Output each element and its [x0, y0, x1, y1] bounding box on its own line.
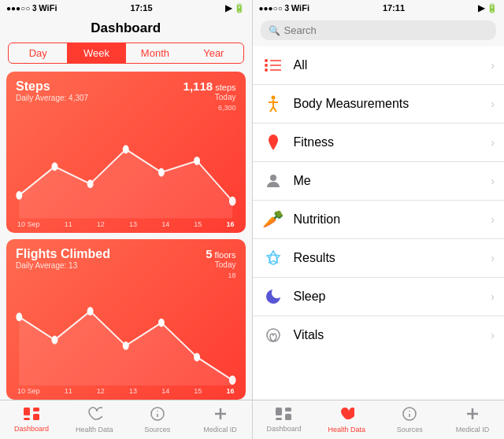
svg-point-6: [195, 157, 199, 164]
steps-card[interactable]: Steps Daily Average: 4,307 1,118 steps T…: [6, 72, 246, 233]
dashboard-tab-icon: [23, 407, 40, 423]
svg-rect-16: [24, 408, 30, 415]
all-icon: [262, 54, 284, 76]
svg-line-35: [273, 107, 276, 112]
search-icon: 🔍: [269, 25, 280, 36]
menu-item-all[interactable]: All ›: [253, 46, 505, 85]
menu-item-me[interactable]: Me ›: [253, 162, 505, 201]
results-label: Results: [294, 251, 482, 265]
seg-day[interactable]: Day: [9, 43, 67, 63]
seg-month[interactable]: Month: [126, 43, 184, 63]
left-tab-health[interactable]: Health Data: [63, 400, 126, 439]
menu-item-results[interactable]: Results ›: [253, 239, 505, 278]
fitness-icon: [262, 131, 284, 153]
sources-tab-icon-right: [402, 406, 417, 424]
svg-marker-0: [19, 149, 232, 219]
svg-point-4: [124, 146, 128, 153]
cards-area: Steps Daily Average: 4,307 1,118 steps T…: [0, 72, 252, 400]
left-tab-sources-label: Sources: [144, 426, 170, 433]
steps-chart: [16, 115, 236, 219]
health-tab-icon-left: [87, 406, 102, 424]
svg-point-13: [159, 319, 164, 326]
menu-item-fitness[interactable]: Fitness ›: [253, 124, 505, 162]
svg-point-10: [52, 336, 57, 343]
seg-week[interactable]: Week: [67, 43, 125, 63]
flights-title: Flights Climbed: [16, 247, 110, 261]
right-tab-sources[interactable]: Sources: [378, 400, 441, 439]
right-tab-medical-label: Medical ID: [456, 426, 490, 433]
health-tab-icon-right: [339, 406, 354, 424]
steps-x-labels: 10 Sep 11 12 13 14 15 16: [16, 219, 236, 233]
svg-rect-39: [276, 408, 282, 415]
all-chevron: ›: [491, 59, 495, 72]
right-tab-dashboard[interactable]: Dashboard: [253, 400, 316, 439]
svg-point-12: [124, 341, 128, 349]
svg-rect-17: [33, 408, 39, 411]
vitals-label: Vitals: [294, 328, 482, 342]
svg-point-14: [195, 353, 199, 360]
svg-rect-18: [24, 418, 30, 420]
left-tab-sources[interactable]: Sources: [126, 400, 189, 439]
right-tab-health[interactable]: Health Data: [315, 400, 378, 439]
menu-item-vitals[interactable]: Vitals ›: [253, 316, 505, 354]
vitals-chevron: ›: [491, 329, 495, 341]
steps-value: 1,118 steps: [183, 79, 236, 93]
left-tab-medical[interactable]: Medical ID: [189, 400, 252, 439]
segment-control[interactable]: Day Week Month Year: [8, 42, 244, 64]
body-label: Body Measurements: [294, 97, 482, 111]
svg-point-36: [270, 175, 276, 181]
menu-item-nutrition[interactable]: 🥕 Nutrition ›: [253, 201, 505, 239]
search-bar[interactable]: 🔍: [261, 20, 497, 40]
svg-point-30: [265, 68, 268, 72]
svg-point-5: [159, 169, 164, 176]
sleep-label: Sleep: [294, 290, 482, 304]
dashboard-tab-icon-right: [275, 407, 292, 423]
svg-point-31: [271, 96, 275, 100]
seg-year[interactable]: Year: [184, 43, 243, 63]
results-chevron: ›: [491, 252, 495, 264]
menu-item-sleep[interactable]: Sleep ›: [253, 278, 505, 316]
me-label: Me: [294, 174, 482, 188]
svg-rect-42: [285, 414, 291, 420]
nutrition-chevron: ›: [491, 213, 495, 226]
medical-tab-icon-left: [213, 406, 228, 424]
svg-point-9: [17, 313, 21, 320]
svg-rect-40: [285, 408, 291, 411]
left-tab-dashboard[interactable]: Dashboard: [0, 400, 63, 439]
medical-tab-icon-right: [465, 406, 480, 424]
right-battery: ▶ 🔋: [478, 3, 498, 13]
flights-avg: Daily Average: 13: [16, 261, 110, 270]
svg-point-2: [52, 163, 57, 170]
nutrition-label: Nutrition: [294, 212, 482, 227]
right-tab-dashboard-label: Dashboard: [266, 425, 301, 433]
svg-point-1: [17, 192, 21, 199]
all-label: All: [294, 58, 482, 72]
menu-item-body[interactable]: Body Measurements ›: [253, 85, 505, 124]
left-time: 17:15: [130, 3, 152, 13]
fitness-chevron: ›: [491, 136, 495, 149]
fitness-label: Fitness: [294, 135, 482, 149]
results-icon: [262, 247, 284, 269]
svg-rect-19: [33, 414, 39, 420]
steps-title: Steps: [16, 79, 88, 94]
right-tab-sources-label: Sources: [397, 426, 423, 433]
right-signal: ●●●○○ 3 WiFi: [259, 3, 309, 13]
left-tab-health-label: Health Data: [76, 426, 113, 433]
svg-point-15: [229, 376, 235, 384]
flights-value: 5 floors: [206, 247, 235, 260]
right-tab-health-label: Health Data: [328, 426, 366, 433]
svg-point-29: [265, 64, 268, 67]
me-chevron: ›: [491, 175, 495, 187]
steps-max: 6,300: [16, 104, 236, 112]
sources-tab-icon-left: [150, 406, 165, 424]
svg-rect-41: [276, 418, 282, 420]
left-tab-bar: Dashboard Health Data Sources Medical ID: [0, 400, 252, 439]
right-tab-medical[interactable]: Medical ID: [441, 400, 504, 439]
left-tab-medical-label: Medical ID: [203, 426, 237, 433]
me-icon: [262, 170, 284, 192]
flights-card[interactable]: Flights Climbed Daily Average: 13 5 floo…: [6, 239, 246, 400]
search-input[interactable]: [284, 24, 489, 36]
sleep-chevron: ›: [491, 290, 495, 303]
left-status-bar: ●●●○○ 3 WiFi 17:15 ▶ 🔋: [0, 0, 252, 16]
flights-today: Today: [206, 260, 235, 269]
